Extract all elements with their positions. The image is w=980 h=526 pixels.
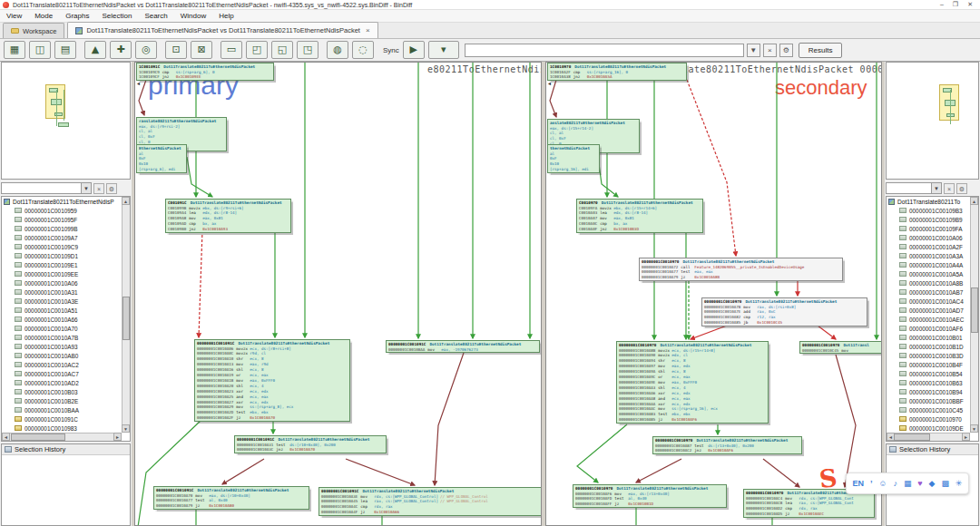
basic-block-node[interactable]: 00000001C0010970Dot11Translate80211ToEth… [652,436,802,454]
basic-block-node[interactable]: 00000001C0010970Dot11Translate80211ToEth… [701,297,867,326]
secondary-graph-icon[interactable]: ◳ [297,41,318,59]
menu-item-view[interactable]: View [0,12,28,20]
ime-emoji-icon[interactable]: ☺ [878,479,887,488]
combined-graph-icon[interactable]: ◱ [271,41,293,59]
tree-item[interactable]: 00000001C0010A8B [887,278,978,287]
clear-search-icon[interactable]: × [763,44,777,57]
zoom-fit-icon[interactable]: ⊡ [165,41,187,59]
menu-item-selection[interactable]: Selection [95,12,138,20]
hierarchic-layout-icon[interactable]: ▲ [84,41,106,59]
tree-item[interactable]: 00000001C0010AB0 [2,351,130,360]
tree-item[interactable]: 00000001C0010A06 [2,278,130,287]
tree-item[interactable]: 00000001C0010BAA [2,405,130,414]
tree-item[interactable]: 00000001C0010A93 [2,342,130,351]
orthogonal-layout-icon[interactable]: ✚ [110,41,132,59]
primary-graph-pane[interactable]: e80211ToEthernetNdisPacket primary ◄ ◄ 1… [134,62,542,526]
tree-item[interactable]: 00000001C0010AD7 [887,306,978,315]
tree-item[interactable]: 00000001C0010AEC [887,315,978,324]
tree-item[interactable]: 00000001C0010B1D [887,342,978,351]
tree-item[interactable]: 00000001C0010A66 [2,315,130,324]
tree-item[interactable]: 00000001C00109A7 [2,233,130,242]
basic-block-node[interactable]: 00000001C0010970Dot11Translate80211ToEth… [616,341,769,424]
tree-item[interactable]: 00000001C0010BBF [887,396,978,405]
menu-item-search[interactable]: Search [138,12,173,20]
search-dropdown-icon[interactable]: ▼ [747,44,760,57]
search-filter-dropdown[interactable]: ▾ [428,41,459,59]
search-input[interactable] [465,44,744,57]
fit-content-icon[interactable]: ▭ [220,41,242,59]
ime-voice-icon[interactable]: ♪ [893,479,897,488]
ime-game-icon[interactable]: ◆ [929,479,936,488]
tree-item[interactable]: 00000001C0010AC7 [2,369,130,378]
tree-vscrollbar-secondary[interactable]: ▲ ▼ [970,197,978,433]
tree-item[interactable]: 00000001C0010B2E [2,396,130,405]
basic-block-node[interactable]: C001091CDot11Translate80211ToEthernetNdi… [165,199,291,233]
maximize-button[interactable]: ❐ [953,1,958,8]
secondary-graph-pane[interactable]: late80211ToEthernetNdisPacket 00000001C0… [545,62,882,526]
tree-hscrollbar-primary[interactable]: ◄ ► [2,433,122,441]
tree-item[interactable]: 00000001C00109EE [2,269,130,278]
ime-lang-toggle-icon[interactable]: EN [852,479,864,488]
menu-item-mode[interactable]: Mode [28,12,59,20]
ime-skin-icon[interactable]: ♥ [917,479,922,488]
tree-item[interactable]: 00000001C0010A70 [2,324,130,333]
tree-item[interactable]: 00000001C0010C45 [887,405,978,414]
secondary-filter-combobox[interactable]: ▼ [886,182,942,194]
secondary-overview-minimap[interactable] [886,62,979,180]
basic-block-node[interactable]: thernetNdisPacketal0xF0x10[rsp+arg_16], … [547,144,600,173]
tree-item[interactable]: 00000001C0010B01 [887,333,978,342]
tree-hscrollbar-secondary[interactable]: ◄ ► [887,433,970,441]
basic-block-node[interactable]: 00000001C001091CDot11Translate80211ToEth… [386,340,540,353]
tree-item[interactable]: 00000001C0010B94 [887,387,978,396]
tree-item[interactable]: 00000001C0010AC2 [2,360,130,369]
tree-item[interactable]: 00000001C001095F [2,215,130,224]
tree-item[interactable]: 00000001C0010B63 [887,378,978,387]
tree-item[interactable]: 00000001C0010A5A [887,269,978,278]
clear-filter-icon[interactable]: × [93,183,104,194]
tree-item[interactable]: 00000001C0010AF6 [887,324,978,333]
tab-workspace[interactable]: Workspace [3,23,64,38]
results-button[interactable]: Results [799,43,843,58]
tab-diff[interactable]: Dot11Translate80211ToEthernetNdisPacket … [67,22,377,38]
ime-punctuation-icon[interactable]: ’ [870,479,873,488]
basic-block-node[interactable]: 1C001091CDot11Translate80211ToEthernetNd… [136,63,274,81]
tree-item[interactable]: 00000001C0010959 [2,206,130,215]
tree-item[interactable]: 00000001C00109E1 [2,260,130,269]
tree-item[interactable]: 00000001C0010B03 [2,387,130,396]
basic-block-node[interactable]: 00000001C001091CDot11Translate80211ToEth… [234,435,387,453]
tree-item[interactable]: 00000001C0010A06 [887,233,978,242]
basic-block-node[interactable]: EthernetNdisPacketal0xF0x10[rsp+arg_6], … [136,144,187,173]
basic-block-node[interactable]: 1C0010970Dot11Translate80211ToEthernetNd… [547,63,687,81]
basic-block-node[interactable]: C0010970Dot11Translate80211ToEthernetNdi… [576,199,703,233]
close-button[interactable]: ✕ [967,1,973,8]
primary-filter-combobox[interactable]: ▼ [1,182,92,194]
selection-history-header[interactable]: Selection History [887,444,978,455]
tree-root-secondary[interactable]: Dot11Translate80211To [887,197,978,206]
delete-match-icon[interactable]: ◌ [352,41,374,59]
tree-item[interactable]: 00000001C0010A2F [887,242,978,251]
tree-item[interactable]: 00000001C0010AD2 [2,378,130,387]
tree-item[interactable]: 00000001C0010A51 [2,306,130,315]
sync-toggle-button[interactable]: ▶ [403,41,425,59]
basic-block-node[interactable]: 00000001C0010970Dot11Translate80211ToEth… [639,258,843,281]
zoom-selection-icon[interactable]: ⊠ [191,41,212,59]
tree-root-primary[interactable]: Dot11Translate80211ToEthernetNdisP [2,197,130,206]
tree-item[interactable]: 00000001C0010970 [887,414,978,424]
ime-keyboard-icon[interactable]: ▦ [904,479,912,488]
ime-grid-icon[interactable]: ▩ [941,479,949,488]
tree-item[interactable]: 00000001C0010983 [2,424,130,433]
tree-item[interactable]: 00000001C0010B4F [887,360,978,369]
tree-item[interactable]: 00000001C001091C [2,414,130,424]
sogou-logo-icon[interactable]: S [818,463,838,493]
tree-item[interactable]: 00000001C0010A4A [887,260,978,269]
basic-block-node[interactable]: 00000001C001091CDot11Translate80211ToEth… [194,339,350,422]
search-settings-gear-icon[interactable]: ⚙ [779,44,793,57]
tree-item[interactable]: 00000001C00109B9 [887,215,978,224]
filter-gear-icon[interactable]: ⚙ [106,183,117,194]
circular-layout-icon[interactable]: ◎ [135,41,157,59]
menu-item-graphs[interactable]: Graphs [59,12,95,20]
ime-settings-icon[interactable]: ✳ [956,479,963,488]
clear-filter-icon[interactable]: × [944,183,955,194]
basic-block-node[interactable]: 00000001C001091CDot11Translate80211ToEth… [153,486,309,510]
tree-item[interactable]: 00000001C001099B [2,224,130,233]
